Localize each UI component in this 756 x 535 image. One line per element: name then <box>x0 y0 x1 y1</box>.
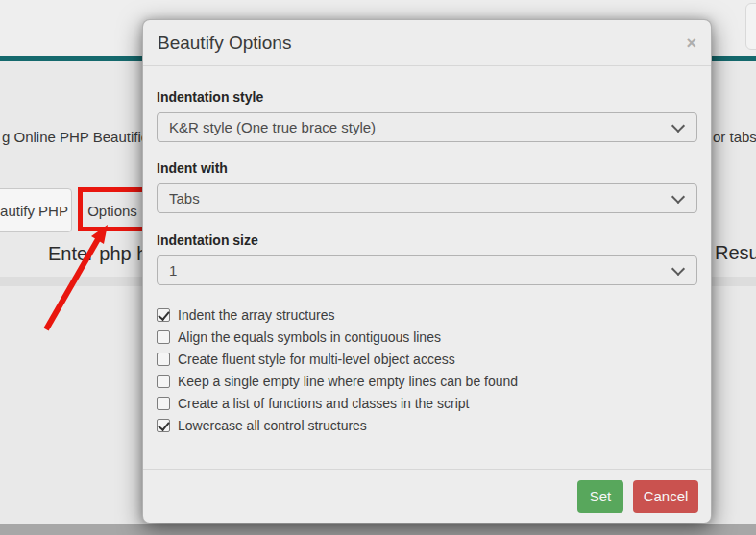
checkbox-fluent-style[interactable]: Create fluent style for multi-level obje… <box>157 348 697 370</box>
checkbox-label: Create fluent style for multi-level obje… <box>178 352 455 367</box>
checkbox-lowercase-control-structures[interactable]: Lowercase all control structures <box>157 414 697 436</box>
checkbox-list-functions-classes[interactable]: Create a list of functions and classes i… <box>157 392 697 414</box>
checkbox-label: Keep a single empty line where empty lin… <box>178 374 518 389</box>
checkbox-label: Lowercase all control structures <box>178 418 367 433</box>
chevron-down-icon: Tabs <box>157 183 697 213</box>
form-group-indent-with: Indent with Tabs <box>157 160 697 213</box>
beautify-options-modal: Beautify Options × Indentation style K&R… <box>142 19 712 523</box>
result-heading: Resu <box>715 242 756 264</box>
annotation-arrow-icon <box>37 219 115 336</box>
close-icon[interactable]: × <box>686 35 696 52</box>
form-group-indentation-size: Indentation size 1 <box>157 232 697 285</box>
modal-body: Indentation style K&R style (One true br… <box>143 89 711 436</box>
indentation-style-select[interactable]: K&R style (One true brace style) <box>157 112 697 142</box>
intro-text-left: g Online PHP Beautifier <box>2 129 154 145</box>
top-right-button[interactable] <box>745 3 756 50</box>
indent-with-label: Indent with <box>157 160 697 176</box>
checkbox-align-equals-symbols[interactable]: Align the equals symbols in contiguous l… <box>157 326 697 348</box>
cancel-button[interactable]: Cancel <box>633 480 698 513</box>
modal-footer: Set Cancel <box>143 469 711 523</box>
checkbox-input[interactable] <box>157 375 170 388</box>
checkbox-input[interactable] <box>157 397 170 410</box>
set-button[interactable]: Set <box>577 480 623 513</box>
indentation-style-label: Indentation style <box>157 89 697 105</box>
checkbox-input[interactable] <box>157 419 170 432</box>
form-group-indentation-style: Indentation style K&R style (One true br… <box>157 89 697 142</box>
checkbox-input[interactable] <box>157 353 170 366</box>
modal-header: Beautify Options × <box>143 20 711 66</box>
checkbox-label: Create a list of functions and classes i… <box>178 396 469 411</box>
checkbox-input[interactable] <box>157 308 170 322</box>
chevron-down-icon: K&R style (One true brace style) <box>157 112 697 142</box>
indent-with-select[interactable]: Tabs <box>157 183 697 213</box>
intro-text-right: or tabs. <box>713 129 756 145</box>
chevron-down-icon: 1 <box>157 255 697 285</box>
checkbox-label: Indent the array structures <box>178 307 334 323</box>
bottom-band <box>0 524 756 535</box>
checkbox-input[interactable] <box>157 330 170 344</box>
indentation-size-select[interactable]: 1 <box>157 255 697 285</box>
modal-title: Beautify Options <box>158 33 291 54</box>
checkbox-keep-single-empty-line[interactable]: Keep a single empty line where empty lin… <box>157 370 697 392</box>
indentation-size-label: Indentation size <box>157 232 697 248</box>
checkbox-indent-array-structures[interactable]: Indent the array structures <box>157 304 697 326</box>
options-checkbox-list: Indent the array structures Align the eq… <box>157 304 697 436</box>
checkbox-label: Align the equals symbols in contiguous l… <box>178 329 441 345</box>
